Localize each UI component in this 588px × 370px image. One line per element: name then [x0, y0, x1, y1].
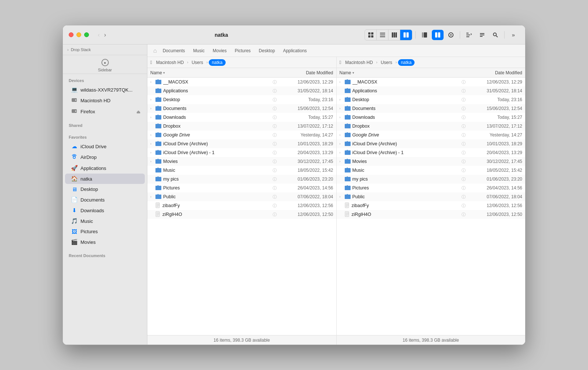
table-row[interactable]: zibaofFyⓘ12/06/2023, 12:56	[147, 201, 336, 210]
right-path-users[interactable]: Users	[379, 59, 394, 66]
expand-arrow-icon[interactable]: ›	[340, 160, 345, 163]
sidebar-collapse-arrow[interactable]: ›	[67, 47, 69, 52]
table-row[interactable]: Dropboxⓘ13/07/2022, 17:12	[147, 122, 336, 131]
expand-arrow-icon[interactable]: ›	[340, 107, 345, 110]
expand-arrow-icon[interactable]: ›	[150, 107, 155, 110]
left-path-macintosh[interactable]: Macintosh HD	[154, 59, 186, 66]
right-path-macintosh[interactable]: Macintosh HD	[343, 59, 375, 66]
eject-icon[interactable]: ⏏	[136, 109, 140, 114]
table-row[interactable]: ›iCloud Drive (Archive)ⓘ10/01/2023, 18:2…	[147, 139, 336, 148]
file-info-icon[interactable]: ⓘ	[273, 203, 277, 209]
table-row[interactable]: ›Documentsⓘ15/06/2023, 12:54	[147, 104, 336, 113]
tab-pictures[interactable]: Pictures	[231, 47, 254, 55]
expand-arrow-icon[interactable]: ›	[150, 160, 155, 163]
table-row[interactable]: ›DownloadsⓘToday, 15:27	[337, 113, 526, 122]
table-row[interactable]: ›iCloud Drive (Archive) - 1ⓘ20/04/2023, …	[147, 148, 336, 157]
expand-arrow-icon[interactable]: ›	[150, 80, 155, 84]
file-info-icon[interactable]: ⓘ	[273, 159, 277, 164]
left-path-users[interactable]: Users	[189, 59, 205, 66]
table-row[interactable]: ziRglH4Oⓘ12/06/2023, 12:50	[147, 210, 336, 219]
table-row[interactable]: ›Google DriveⓘYesterday, 14:27	[337, 131, 526, 139]
expand-arrow-icon[interactable]: ›	[150, 195, 155, 199]
tab-desktop[interactable]: Desktop	[255, 47, 279, 55]
expand-arrow-icon[interactable]: ›	[340, 151, 345, 154]
sidebar-item-desktop[interactable]: 🖥 Desktop	[65, 184, 145, 194]
sidebar-toggle-button[interactable]	[419, 30, 430, 40]
tab-movies[interactable]: Movies	[209, 47, 230, 55]
sidebar-item-downloads[interactable]: ⬇ Downloads	[65, 205, 145, 216]
sidebar-item-wildass[interactable]: 💻 wildass-XXVR279TQK...	[65, 85, 145, 95]
sidebar-item-icloud[interactable]: ☁ iCloud Drive	[65, 141, 145, 152]
sidebar-item-music[interactable]: 🎵 Music	[65, 216, 145, 226]
file-info-icon[interactable]: ⓘ	[462, 150, 466, 156]
expand-arrow-icon[interactable]: ›	[150, 133, 155, 137]
file-info-icon[interactable]: ⓘ	[273, 194, 277, 200]
file-info-icon[interactable]: ⓘ	[462, 132, 466, 138]
table-row[interactable]: ›Publicⓘ07/06/2022, 18:04	[147, 192, 336, 201]
right-path-natka[interactable]: natka	[398, 59, 415, 66]
table-row[interactable]: Picturesⓘ26/04/2023, 14:56	[147, 184, 336, 192]
left-col-name[interactable]: Name ▾	[150, 70, 275, 75]
file-info-icon[interactable]: ⓘ	[273, 132, 277, 138]
search-button[interactable]	[490, 30, 501, 40]
dual-pane-button[interactable]	[432, 30, 444, 40]
tab-documents[interactable]: Documents	[159, 47, 189, 55]
file-info-icon[interactable]: ⓘ	[462, 159, 466, 164]
file-info-icon[interactable]: ⓘ	[273, 185, 277, 191]
table-row[interactable]: zibaofFyⓘ12/06/2023, 12:56	[337, 201, 526, 210]
table-row[interactable]: Musicⓘ18/05/2022, 15:42	[147, 166, 336, 175]
table-row[interactable]: my picsⓘ01/06/2023, 23:20	[147, 175, 336, 184]
file-info-icon[interactable]: ⓘ	[462, 194, 466, 200]
file-info-icon[interactable]: ⓘ	[273, 141, 277, 147]
file-info-icon[interactable]: ⓘ	[462, 106, 466, 111]
file-info-icon[interactable]: ⓘ	[462, 141, 466, 147]
table-row[interactable]: ›__MACOSXⓘ12/06/2023, 12:29	[147, 78, 336, 86]
table-row[interactable]: ›DownloadsⓘToday, 15:27	[147, 113, 336, 122]
sidebar-item-movies[interactable]: 🎬 Movies	[65, 237, 145, 247]
sidebar-item-natka[interactable]: 🏠 natka	[65, 174, 145, 184]
right-col-name[interactable]: Name ▾	[340, 70, 464, 75]
file-info-icon[interactable]: ⓘ	[273, 168, 277, 173]
icon-view-button[interactable]	[365, 30, 377, 40]
sidebar-item-airdrop[interactable]: AirDrop	[65, 152, 145, 163]
table-row[interactable]: ›Google DriveⓘYesterday, 14:27	[147, 131, 336, 139]
group-button[interactable]	[463, 30, 475, 40]
table-row[interactable]: ›__MACOSXⓘ12/06/2023, 12:29	[337, 78, 526, 86]
expand-arrow-icon[interactable]: ›	[340, 115, 345, 119]
file-info-icon[interactable]: ⓘ	[462, 115, 466, 120]
table-row[interactable]: ›iCloud Drive (Archive) - 1ⓘ20/04/2023, …	[337, 148, 526, 157]
file-info-icon[interactable]: ⓘ	[462, 124, 466, 129]
table-row[interactable]: ›Moviesⓘ30/12/2022, 17:45	[337, 157, 526, 166]
file-info-icon[interactable]: ⓘ	[273, 212, 277, 217]
sidebar-item-documents[interactable]: 📄 Documents	[65, 195, 145, 205]
file-info-icon[interactable]: ⓘ	[462, 88, 466, 94]
left-path-natka[interactable]: natka	[209, 59, 225, 66]
table-row[interactable]: my picsⓘ01/06/2023, 23:20	[337, 175, 526, 184]
file-info-icon[interactable]: ⓘ	[462, 212, 466, 217]
expand-arrow-icon[interactable]: ›	[340, 98, 345, 102]
file-info-icon[interactable]: ⓘ	[273, 115, 277, 120]
column-view-button[interactable]	[388, 30, 400, 40]
file-info-icon[interactable]: ⓘ	[462, 168, 466, 173]
table-row[interactable]: ›DesktopⓘToday, 23:16	[337, 95, 526, 104]
sidebar-item-firefox[interactable]: Firefox ⏏	[65, 106, 145, 117]
expand-arrow-icon[interactable]: ›	[340, 195, 345, 199]
file-info-icon[interactable]: ⓘ	[273, 79, 277, 85]
file-info-icon[interactable]: ⓘ	[462, 177, 466, 182]
table-row[interactable]: ›DesktopⓘToday, 23:16	[147, 95, 336, 104]
file-info-icon[interactable]: ⓘ	[462, 203, 466, 209]
expand-arrow-icon[interactable]: ›	[150, 151, 155, 154]
table-row[interactable]: Dropboxⓘ13/07/2022, 17:12	[337, 122, 526, 131]
tab-applications[interactable]: Applications	[279, 47, 311, 55]
expand-arrow-icon[interactable]: ›	[150, 98, 155, 102]
table-row[interactable]: ziRglH4Oⓘ12/06/2023, 12:50	[337, 210, 526, 219]
file-info-icon[interactable]: ⓘ	[273, 97, 277, 103]
file-info-icon[interactable]: ⓘ	[273, 177, 277, 182]
table-row[interactable]: ›Publicⓘ07/06/2022, 18:04	[337, 192, 526, 201]
table-row[interactable]: Applicationsⓘ31/05/2022, 18:14	[147, 86, 336, 95]
table-row[interactable]: Musicⓘ18/05/2022, 15:42	[337, 166, 526, 175]
rename-button[interactable]	[476, 30, 488, 40]
expand-arrow-icon[interactable]: ›	[150, 142, 155, 146]
sidebar-item-applications[interactable]: 🚀 Applications	[65, 163, 145, 173]
dual-view-button[interactable]	[400, 30, 412, 40]
